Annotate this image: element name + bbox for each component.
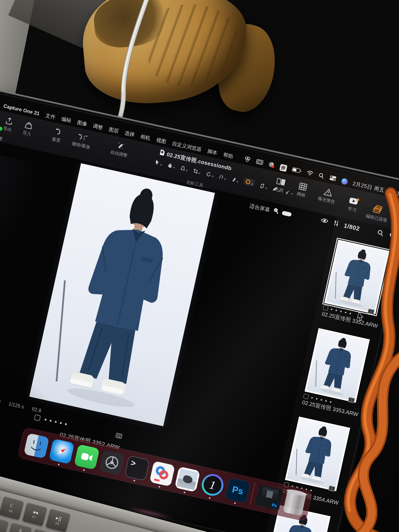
thumb-adjustments-badge [348, 397, 355, 403]
key-8[interactable]: * 8 [30, 528, 55, 532]
key-6[interactable]: ^ 6 [0, 516, 9, 532]
loupe-tool[interactable] [180, 165, 189, 172]
thumbnail-3-image[interactable] [285, 417, 350, 491]
window-controls[interactable] [0, 123, 3, 131]
dock-terminal-icon[interactable]: > [124, 455, 150, 481]
before-label: 之前 [274, 186, 284, 193]
rating-dots[interactable] [44, 418, 67, 425]
menu-image[interactable]: 图像 [76, 119, 88, 128]
grid-label: 网格 [296, 191, 306, 198]
spot-removal-tool[interactable] [243, 177, 255, 187]
display-mirror-icon[interactable] [255, 158, 264, 167]
dock-loops-app-icon[interactable] [149, 461, 175, 487]
menu-view[interactable]: 视图 [156, 137, 167, 145]
dock-trash-icon[interactable] [283, 490, 306, 516]
menu-select[interactable]: 选择 [124, 129, 135, 138]
import-label: 导入 [22, 130, 32, 137]
input-method-icon[interactable]: 拼 [279, 164, 287, 172]
loop-bar [154, 479, 160, 481]
thumbnail-1-image[interactable] [324, 240, 389, 314]
document-icon [159, 149, 165, 158]
running-indicator [158, 486, 160, 488]
menu-file[interactable]: 文件 [45, 112, 56, 121]
menu-layer[interactable]: 图层 [108, 126, 119, 135]
filter-eye-icon[interactable] [320, 217, 329, 225]
running-indicator [184, 492, 185, 493]
dock-photoshop-icon[interactable]: Ps [225, 478, 251, 503]
macbook-screen: Capture One 21 文件 编辑 图像 调整 图层 选择 相机 视图 自… [0, 91, 399, 532]
running-indicator [234, 502, 236, 504]
menu-help[interactable]: 帮助 [222, 151, 234, 160]
dock-facetime-icon[interactable] [74, 444, 100, 470]
photo-scene: Capture One 21 文件 编辑 图像 调整 图层 选择 相机 视图 自… [0, 0, 399, 532]
reset-label: 重置 [51, 136, 61, 144]
dock-separator [250, 482, 255, 505]
dock-safari-icon[interactable] [49, 438, 75, 464]
dock-wheel-app-icon[interactable] [99, 450, 125, 475]
thumb-checkbox[interactable] [323, 305, 329, 311]
meeting-app-icon[interactable] [267, 161, 275, 170]
view-mode-label: 调整 [0, 134, 3, 142]
pan-hand-tool[interactable] [167, 162, 176, 169]
key-f8[interactable]: ▸|| F8 [46, 508, 71, 532]
wifi-icon[interactable] [306, 170, 314, 178]
running-indicator [58, 464, 59, 465]
browser-search-icon[interactable] [376, 229, 385, 238]
capture-one-glyph: 1 [208, 477, 217, 492]
menu-edit[interactable]: 编辑 [61, 115, 72, 124]
exif-iso: ISO 400 [0, 395, 1, 405]
minimized-ps-badge: Ps [270, 502, 279, 509]
control-center-icon[interactable] [329, 175, 337, 183]
key-f7[interactable]: ◂◂ F7 [22, 502, 47, 526]
running-indicator [133, 480, 135, 481]
key-7[interactable]: & 7 [7, 522, 32, 532]
heal-brush-tool[interactable] [231, 177, 239, 183]
zoom-out-loupe-icon[interactable] [272, 207, 280, 215]
terminal-prompt: > [130, 459, 137, 469]
siri-icon[interactable] [341, 178, 348, 185]
dock-finder-icon[interactable] [24, 433, 49, 459]
spotlight-search-icon[interactable] [317, 172, 325, 180]
thumbnail-2-image[interactable] [305, 328, 370, 403]
undo-redo-label: 撤销/重做 [71, 140, 91, 150]
minimized-window-preview [261, 487, 279, 502]
learn-label: 学习 [347, 206, 357, 213]
menu-camera[interactable]: 相机 [140, 133, 151, 142]
pick-checkbox[interactable] [34, 414, 41, 421]
running-indicator [83, 469, 85, 471]
screen-reflection [0, 151, 42, 266]
photoshop-glyph: Ps [231, 484, 244, 497]
dock-minimized-window[interactable]: Ps [254, 484, 284, 511]
menu-adjust[interactable]: 调整 [92, 122, 103, 131]
learn-button[interactable]: 学习 [347, 196, 360, 213]
edit-selected-label: 编辑已选项 [365, 213, 388, 223]
thumb-checkbox[interactable] [303, 393, 309, 399]
thumb-adjustments-badge [367, 309, 374, 315]
exif-aperture: f/2.8 [31, 406, 42, 414]
thumbnail-1[interactable]: 02.25宣传照 3352.ARW [321, 240, 389, 329]
adjustments-badge [115, 433, 122, 439]
battery-icon[interactable] [291, 167, 302, 175]
menu-script[interactable]: 脚本 [207, 148, 218, 157]
eraser-tool[interactable] [259, 183, 268, 190]
rotate-tool[interactable] [206, 171, 215, 178]
annotate-tool[interactable] [285, 189, 294, 195]
zoom-slider[interactable] [282, 211, 292, 217]
thumb-adjustments-badge [328, 485, 335, 492]
zoom-window-button[interactable] [0, 126, 3, 131]
thumbnail-2[interactable]: 02.25宣传照 3353.ARW [301, 328, 370, 417]
straighten-tool[interactable] [219, 174, 227, 180]
auto-adjust-label: 自动调整 [110, 149, 128, 158]
main-photo[interactable] [29, 163, 215, 426]
exposure-warning-label: 曝光警告 [317, 196, 336, 205]
sort-sliders-icon[interactable] [333, 220, 340, 228]
select-tool[interactable] [154, 159, 163, 166]
rings-status-icon[interactable] [243, 155, 252, 164]
dock-capture-one-icon[interactable]: 1 [200, 472, 226, 498]
running-indicator [33, 458, 34, 459]
view-mode-cluster[interactable]: 调整 [0, 131, 3, 142]
dock-photo-preview-icon[interactable] [175, 466, 200, 492]
crop-tool[interactable] [193, 168, 201, 175]
key-f6[interactable]: ☾ F6 [0, 496, 24, 520]
exif-readout: ISO 400 1/125 s f/2.8 [0, 395, 42, 414]
